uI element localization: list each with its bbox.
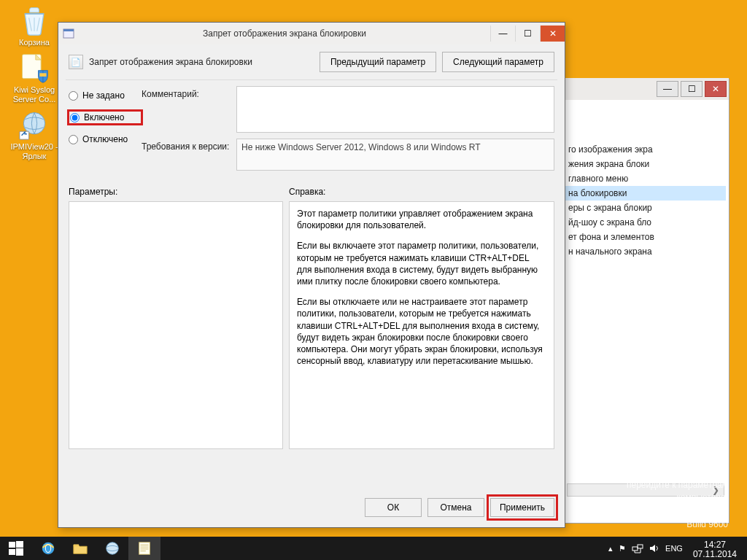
- radio-disabled-input[interactable]: [69, 135, 78, 144]
- putty-icon: [104, 540, 120, 556]
- maximize-button[interactable]: ☐: [515, 26, 540, 42]
- scroll-right-icon[interactable]: ❯: [708, 485, 724, 495]
- background-window-titlebar[interactable]: — ☐ ✕: [562, 78, 729, 100]
- svg-rect-7: [16, 541, 23, 548]
- help-label: Справка:: [289, 187, 554, 197]
- radio-disabled[interactable]: Отключено: [69, 134, 142, 144]
- help-paragraph: Этот параметр политики управляет отображ…: [297, 208, 546, 231]
- next-setting-button[interactable]: Следующий параметр: [442, 52, 554, 72]
- svg-rect-1: [39, 73, 46, 77]
- globe-shortcut-icon: [18, 109, 50, 141]
- comment-input[interactable]: [236, 86, 554, 133]
- previous-setting-button[interactable]: Предыдущий параметр: [320, 52, 436, 72]
- clock-time: 14:27: [693, 540, 737, 550]
- list-item[interactable]: главного меню: [565, 171, 726, 186]
- policy-icon: 📄: [69, 55, 83, 69]
- policy-editor-window: Запрет отображения экрана блокировки — ☐…: [58, 22, 565, 528]
- window-title: Запрет отображения экрана блокировки: [79, 28, 490, 39]
- list-item[interactable]: жения экрана блоки: [565, 157, 726, 171]
- taskbar-explorer[interactable]: [64, 537, 96, 560]
- list-item[interactable]: на блокировки: [565, 186, 726, 201]
- ie-icon: [40, 540, 56, 556]
- trash-icon: [18, 4, 50, 36]
- clock-date: 07.11.2014: [693, 550, 737, 559]
- version-text: Не ниже Windows Server 2012, Windows 8 и…: [236, 139, 554, 171]
- window-icon: [63, 28, 74, 39]
- taskbar-clock[interactable]: 14:27 07.11.2014: [686, 538, 744, 559]
- apply-button[interactable]: Применить: [490, 498, 554, 517]
- radio-label: Включено: [84, 112, 124, 122]
- help-panel[interactable]: Этот параметр политики управляет отображ…: [289, 201, 554, 449]
- desktop-icon-label: Корзина: [19, 38, 50, 47]
- svg-rect-9: [16, 548, 23, 556]
- recycle-bin-icon[interactable]: Корзина: [9, 4, 60, 47]
- minimize-button[interactable]: —: [490, 26, 515, 42]
- desktop-icon-label: IPMIView20 - Ярлык: [9, 142, 60, 161]
- start-button[interactable]: [0, 537, 32, 560]
- help-paragraph: Если вы включаете этот параметр политики…: [297, 240, 546, 287]
- svg-point-2: [23, 113, 44, 134]
- list-item[interactable]: го изображения экра: [565, 142, 726, 157]
- list-item[interactable]: йд-шоу с экрана бло: [565, 215, 726, 230]
- windows-logo-icon: [9, 541, 23, 556]
- notepad-icon: [136, 540, 152, 556]
- list-item[interactable]: еры с экрана блокир: [565, 201, 726, 215]
- svg-rect-16: [638, 545, 643, 548]
- comment-label: Комментарий:: [142, 86, 236, 99]
- params-label: Параметры:: [69, 187, 289, 197]
- folder-icon: [72, 540, 88, 556]
- radio-label: Отключено: [82, 134, 128, 144]
- radio-not-configured-input[interactable]: [69, 91, 78, 101]
- policy-list[interactable]: го изображения экражения экрана блокигла…: [562, 138, 729, 263]
- radio-enabled-input[interactable]: [70, 113, 80, 122]
- language-indicator[interactable]: ENG: [662, 544, 686, 553]
- page-shield-icon: [18, 52, 50, 84]
- speaker-icon: [649, 543, 659, 553]
- taskbar-app1[interactable]: [96, 537, 128, 560]
- svg-rect-6: [9, 542, 15, 548]
- radio-not-configured[interactable]: Не задано: [69, 90, 142, 101]
- radio-enabled[interactable]: Включено: [69, 111, 142, 124]
- maximize-button[interactable]: ☐: [681, 81, 703, 97]
- background-window: — ☐ ✕ го изображения экражения экрана бл…: [562, 79, 729, 524]
- tray-show-hidden-icon[interactable]: ▴: [605, 544, 616, 553]
- close-button[interactable]: ✕: [540, 26, 565, 42]
- tray-sound-icon[interactable]: [646, 543, 662, 553]
- svg-rect-12: [74, 545, 79, 547]
- policy-header-title: Запрет отображения экрана блокировки: [89, 57, 252, 67]
- kiwi-syslog-icon[interactable]: Kiwi Syslog Server Co...: [9, 52, 60, 104]
- help-paragraph: Если вы отключаете или не настраиваете э…: [297, 296, 546, 367]
- svg-rect-8: [9, 549, 15, 555]
- minimize-button[interactable]: —: [657, 81, 678, 97]
- network-icon: [632, 543, 643, 553]
- close-button[interactable]: ✕: [705, 81, 727, 97]
- radio-label: Не задано: [82, 90, 125, 101]
- cancel-button[interactable]: Отмена: [427, 498, 484, 517]
- svg-point-13: [107, 542, 119, 555]
- taskbar[interactable]: ▴ ⚑ ENG 14:27 07.11.2014: [0, 537, 747, 560]
- desktop-icon-label: Kiwi Syslog Server Co...: [9, 85, 60, 104]
- svg-rect-15: [632, 547, 638, 551]
- tray-network-icon[interactable]: [629, 543, 646, 553]
- tray-flag-icon[interactable]: ⚑: [616, 544, 629, 553]
- title-bar[interactable]: Запрет отображения экрана блокировки — ☐…: [58, 23, 565, 44]
- parameters-panel: [69, 201, 283, 449]
- list-item[interactable]: н начального экрана: [565, 244, 726, 259]
- ok-button[interactable]: ОК: [365, 498, 422, 517]
- version-label: Требования к версии:: [142, 139, 236, 152]
- svg-rect-14: [139, 542, 150, 555]
- svg-rect-5: [63, 29, 74, 31]
- horizontal-scrollbar[interactable]: ❯: [567, 483, 724, 497]
- list-item[interactable]: ет фона и элементов: [565, 230, 726, 244]
- taskbar-app2[interactable]: [128, 537, 160, 560]
- ipmiview-icon[interactable]: IPMIView20 - Ярлык: [9, 109, 60, 161]
- taskbar-ie[interactable]: [32, 537, 64, 560]
